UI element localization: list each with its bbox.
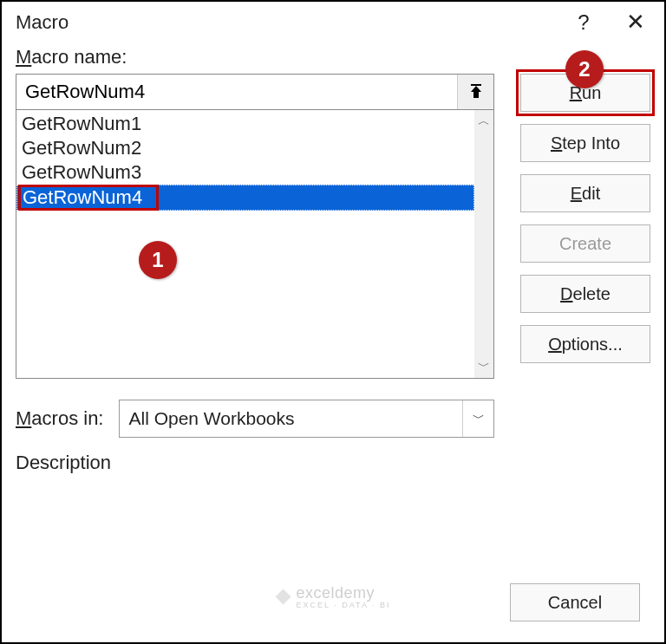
assign-macro-icon[interactable] bbox=[457, 75, 493, 109]
annotation-callout-2: 2 bbox=[565, 50, 604, 88]
delete-button[interactable]: Delete bbox=[520, 275, 650, 313]
step-into-button[interactable]: Step Into bbox=[520, 124, 650, 162]
create-button: Create bbox=[520, 224, 650, 263]
help-button[interactable]: ? bbox=[562, 10, 605, 35]
list-item-selected[interactable]: GetRowNum4 bbox=[16, 185, 474, 211]
scrollbar[interactable]: ︿ ﹀ bbox=[474, 110, 493, 378]
scroll-down-icon[interactable]: ﹀ bbox=[478, 359, 490, 374]
macro-name-row bbox=[16, 74, 494, 110]
list-item[interactable]: GetRowNum3 bbox=[16, 160, 474, 185]
dialog-title: Macro bbox=[16, 11, 69, 34]
description-label: Description bbox=[16, 452, 494, 474]
close-button[interactable]: ✕ bbox=[614, 9, 657, 36]
macro-dialog: Macro ? ✕ Macro name: GetRowNum1 bbox=[2, 2, 664, 642]
watermark-icon bbox=[276, 589, 291, 605]
chevron-down-icon[interactable]: ﹀ bbox=[462, 400, 493, 437]
cancel-button[interactable]: Cancel bbox=[510, 583, 640, 621]
macro-list: GetRowNum1 GetRowNum2 GetRowNum3 GetRowN… bbox=[16, 110, 494, 379]
titlebar: Macro ? ✕ bbox=[2, 2, 664, 39]
macro-name-input[interactable] bbox=[16, 75, 457, 109]
watermark: exceldemy EXCEL · DATA · BI bbox=[276, 584, 391, 609]
list-item[interactable]: GetRowNum1 bbox=[16, 112, 474, 136]
macros-in-combo[interactable]: All Open Workbooks ﹀ bbox=[119, 400, 494, 438]
svg-rect-0 bbox=[471, 84, 481, 86]
list-item[interactable]: GetRowNum2 bbox=[16, 136, 474, 160]
macros-in-label: Macros in: bbox=[16, 407, 103, 430]
scroll-up-icon[interactable]: ︿ bbox=[478, 114, 490, 129]
options-button[interactable]: Options... bbox=[520, 325, 650, 363]
edit-button[interactable]: Edit bbox=[520, 174, 650, 212]
watermark-subtext: EXCEL · DATA · BI bbox=[297, 601, 391, 609]
watermark-text: exceldemy bbox=[297, 584, 375, 602]
macro-name-label: Macro name: bbox=[16, 46, 494, 68]
macros-in-value: All Open Workbooks bbox=[120, 408, 462, 429]
annotation-callout-1: 1 bbox=[139, 241, 177, 279]
